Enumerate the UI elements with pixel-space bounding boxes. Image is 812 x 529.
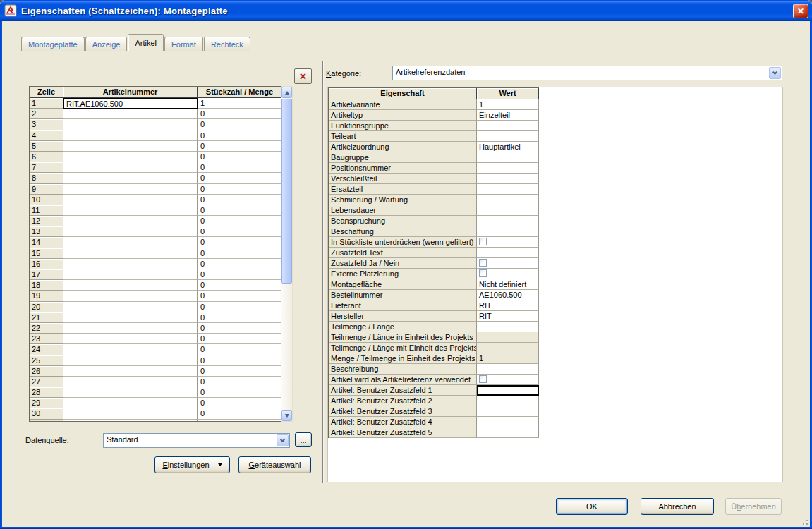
property-value-cell[interactable] — [477, 258, 539, 269]
artikelnummer-cell[interactable] — [63, 248, 198, 259]
menge-cell[interactable]: 0 — [198, 184, 281, 195]
property-value-cell[interactable] — [477, 174, 539, 184]
row-number-cell[interactable]: 19 — [30, 291, 63, 301]
artikelnummer-cell[interactable] — [63, 141, 198, 152]
scroll-up-button[interactable] — [281, 87, 292, 98]
row-number-cell[interactable]: 24 — [30, 344, 63, 355]
scrollbar-thumb[interactable] — [281, 99, 292, 284]
property-value-cell[interactable] — [477, 195, 539, 205]
row-number-cell[interactable]: 18 — [30, 280, 63, 291]
row-number-cell[interactable]: 22 — [30, 323, 63, 334]
artikelnummer-cell[interactable] — [63, 152, 198, 162]
property-value-cell[interactable] — [477, 226, 539, 237]
artikelnummer-cell[interactable] — [63, 408, 198, 419]
titlebar[interactable]: Eigenschaften (Schaltzeichen): Montagepl… — [0, 0, 812, 21]
menge-cell[interactable]: 0 — [198, 334, 281, 344]
property-value-cell[interactable]: 1 — [477, 99, 539, 110]
property-value-cell[interactable] — [477, 343, 539, 353]
row-number-cell[interactable]: 30 — [30, 408, 63, 419]
menge-cell[interactable]: 0 — [198, 130, 281, 141]
property-value-cell[interactable]: RIT — [477, 311, 539, 322]
property-value-cell[interactable] — [477, 216, 539, 226]
menge-cell[interactable]: 0 — [198, 280, 281, 291]
artikelnummer-cell[interactable] — [63, 334, 198, 344]
property-value-cell[interactable] — [477, 322, 539, 332]
artikelnummer-cell[interactable] — [63, 226, 198, 237]
row-number-cell[interactable]: 31 — [30, 420, 63, 422]
artikelnummer-cell[interactable] — [63, 269, 198, 280]
property-value-cell[interactable] — [477, 417, 539, 427]
artikelnummer-cell[interactable] — [63, 173, 198, 183]
artikelnummer-cell[interactable] — [63, 184, 198, 195]
row-number-cell[interactable]: 3 — [30, 119, 63, 130]
row-number-cell[interactable]: 11 — [30, 205, 63, 216]
dropdown-button[interactable] — [769, 67, 781, 79]
menge-cell[interactable]: 0 — [198, 205, 281, 216]
row-number-cell[interactable]: 4 — [30, 130, 63, 141]
menge-cell[interactable]: 0 — [198, 355, 281, 366]
row-number-cell[interactable]: 27 — [30, 377, 63, 387]
property-value-cell[interactable] — [477, 184, 539, 195]
property-value-cell[interactable] — [477, 364, 539, 375]
row-number-cell[interactable]: 14 — [30, 237, 63, 248]
artikelnummer-cell[interactable] — [63, 420, 198, 422]
artikelnummer-cell[interactable] — [63, 205, 198, 216]
kategorie-select[interactable]: Artikelreferenzdaten — [392, 66, 782, 80]
checkbox[interactable] — [479, 238, 487, 245]
row-number-cell[interactable]: 20 — [30, 302, 63, 312]
row-number-cell[interactable]: 21 — [30, 312, 63, 323]
row-number-cell[interactable]: 2 — [30, 109, 63, 119]
row-number-cell[interactable]: 13 — [30, 226, 63, 237]
menge-cell[interactable]: 0 — [198, 312, 281, 323]
artikelnummer-cell[interactable] — [63, 302, 198, 312]
row-number-cell[interactable]: 17 — [30, 269, 63, 280]
tab-montageplatte[interactable]: Montageplatte — [21, 37, 85, 51]
menge-cell[interactable]: 0 — [198, 408, 281, 419]
property-value-cell[interactable] — [477, 121, 539, 131]
tab-format[interactable]: Format — [164, 37, 203, 51]
property-value-cell[interactable]: 1 — [477, 353, 539, 364]
property-value-cell[interactable]: AE1060.500 — [477, 290, 539, 300]
artikelnummer-cell[interactable] — [63, 355, 198, 366]
menge-cell[interactable]: 0 — [198, 226, 281, 237]
property-value-cell[interactable] — [477, 396, 539, 406]
menge-cell[interactable]: 0 — [198, 344, 281, 355]
row-number-cell[interactable]: 10 — [30, 195, 63, 205]
menge-cell[interactable]: 0 — [198, 162, 281, 173]
checkbox[interactable] — [479, 375, 487, 383]
row-number-cell[interactable]: 6 — [30, 152, 63, 162]
menge-cell[interactable]: 0 — [198, 366, 281, 377]
datenquelle-select[interactable]: Standard — [103, 433, 290, 448]
property-value-cell[interactable] — [477, 248, 539, 258]
property-value-cell[interactable] — [477, 131, 539, 142]
menge-cell[interactable]: 0 — [198, 269, 281, 280]
menge-cell[interactable]: 0 — [198, 237, 281, 248]
menge-cell[interactable]: 0 — [198, 302, 281, 312]
ok-button[interactable]: OK — [556, 498, 628, 515]
menge-cell[interactable]: 0 — [198, 259, 281, 269]
property-value-cell[interactable]: Einzelteil — [477, 110, 539, 121]
tab-artikel[interactable]: Artikel — [128, 34, 164, 51]
artikelnummer-cell[interactable] — [63, 291, 198, 301]
property-value-cell[interactable] — [477, 163, 539, 174]
menge-cell[interactable]: 0 — [198, 248, 281, 259]
artikelnummer-cell[interactable] — [63, 398, 198, 408]
menge-cell[interactable]: 0 — [198, 173, 281, 183]
menge-cell[interactable]: 0 — [198, 387, 281, 398]
vertical-scrollbar[interactable] — [281, 86, 293, 422]
row-number-cell[interactable]: 5 — [30, 141, 63, 152]
row-number-cell[interactable]: 7 — [30, 162, 63, 173]
artikelnummer-cell[interactable] — [63, 366, 198, 377]
close-icon[interactable]: ✕ — [793, 4, 808, 18]
artikelnummer-cell[interactable] — [63, 312, 198, 323]
artikelnummer-cell[interactable] — [63, 162, 198, 173]
property-value-cell[interactable] — [477, 375, 539, 385]
dropdown-button[interactable] — [277, 434, 289, 446]
checkbox[interactable] — [479, 259, 487, 267]
menge-cell[interactable]: 0 — [198, 109, 281, 119]
checkbox[interactable] — [479, 269, 487, 277]
artikelnummer-cell[interactable]: RIT.AE1060.500 — [63, 98, 198, 109]
row-number-cell[interactable]: 28 — [30, 387, 63, 398]
datenquelle-browse-button[interactable]: ... — [295, 432, 312, 447]
menge-cell[interactable]: 0 — [198, 152, 281, 162]
